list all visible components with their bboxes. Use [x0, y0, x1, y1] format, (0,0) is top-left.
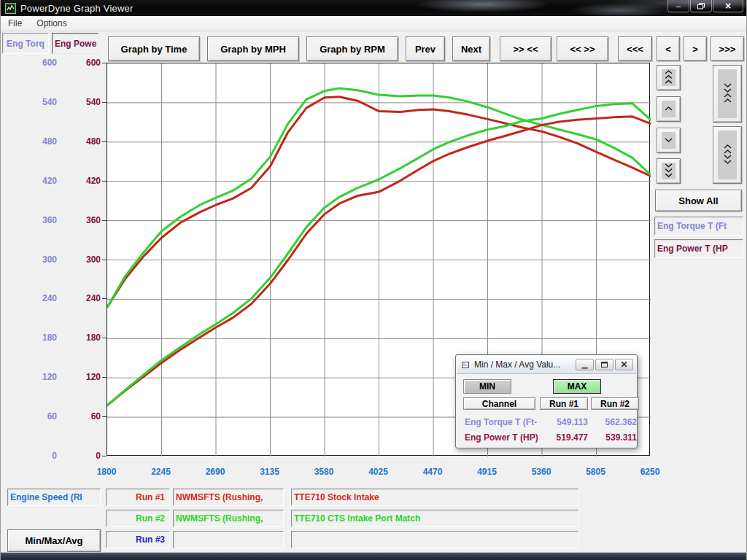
- run-label-3[interactable]: Run #3: [106, 531, 170, 548]
- menu-bar: File Options: [1, 16, 747, 31]
- y-tick-power: 180: [71, 332, 101, 343]
- restore-icon: [601, 362, 608, 368]
- run-desc-1[interactable]: TTE710 Stock Intake: [291, 489, 578, 506]
- y-tick-torque: 180: [28, 332, 57, 343]
- chevron-up-icon: [718, 131, 737, 179]
- y-tick-power: 540: [71, 97, 101, 107]
- minimize-icon: –: [676, 2, 681, 10]
- y-tick-power: 120: [71, 372, 101, 382]
- zoom-y-out-button[interactable]: [713, 126, 742, 184]
- close-icon: ✕: [620, 360, 627, 369]
- menu-options[interactable]: Options: [29, 16, 74, 31]
- toolbar-button-graph-by-time[interactable]: Graph by Time: [108, 36, 200, 61]
- window-frame-bottom: [1, 552, 747, 560]
- x-channel-box[interactable]: Engine Speed (RI: [7, 489, 101, 506]
- run-file-3[interactable]: [173, 531, 284, 548]
- max-toggle-label: MAX: [568, 381, 587, 392]
- minmax-row-run2-value: 562.362: [586, 417, 637, 427]
- x-tick-label: 5805: [578, 467, 614, 477]
- toolbar-button-label: Next: [461, 44, 481, 55]
- x-tick-label: 5360: [523, 467, 560, 477]
- run-label-2[interactable]: Run #2: [106, 510, 170, 527]
- minmax-dialog-title: Min / Max / Avg Valu...: [474, 359, 560, 370]
- chevron-up-icon: [662, 69, 676, 86]
- minmax-dialog[interactable]: Min / Max / Avg Valu... ▁ ✕ MIN MAX Chan…: [455, 354, 638, 448]
- close-button[interactable]: ×: [713, 0, 743, 12]
- toolbar-button-graph-by-mph[interactable]: Graph by MPH: [207, 36, 299, 61]
- app-icon: [5, 3, 16, 14]
- show-all-button[interactable]: Show All: [655, 190, 742, 211]
- y-tick-power: 300: [71, 254, 101, 265]
- channel-button-torque[interactable]: Eng Torq: [2, 33, 49, 54]
- y-tick-power: 600: [71, 58, 101, 68]
- run-file-1[interactable]: NWMSFTS (Rushing,: [173, 489, 284, 506]
- minmax-column-run2: Run #2: [591, 397, 639, 410]
- title-bar[interactable]: PowerDyne Graph Viewer – ×: [1, 0, 747, 16]
- minimize-icon: ▁: [582, 361, 588, 368]
- max-toggle-button[interactable]: MAX: [553, 379, 601, 394]
- toolbar-button--[interactable]: >>>: [711, 36, 744, 61]
- right-channel-label-torque[interactable]: Eng Torque T (Ft: [654, 217, 743, 236]
- minmax-body: MIN MAX Channel Run #1 Run #2 Eng Torque…: [460, 377, 633, 444]
- minimize-button[interactable]: –: [667, 0, 689, 12]
- minmax-dialog-icon: [461, 360, 471, 370]
- minmax-row-channel: Eng Power T (HP): [465, 432, 538, 443]
- toolbar-button-label: Graph by MPH: [220, 44, 286, 55]
- x-tick-label: 1800: [88, 467, 125, 477]
- toolbar-button--[interactable]: << >>: [557, 36, 608, 61]
- window-title: PowerDyne Graph Viewer: [20, 3, 133, 14]
- x-channel-label: Engine Speed (RI: [10, 492, 82, 502]
- x-tick-label: 2690: [197, 467, 233, 477]
- x-tick-label: 4025: [360, 467, 397, 477]
- zoom-y-in-button[interactable]: [713, 65, 742, 122]
- minmax-restore-button[interactable]: [595, 359, 614, 370]
- run-file-2[interactable]: NWMSFTS (Rushing,: [173, 510, 284, 527]
- chevron-up-icon: [662, 101, 676, 117]
- toolbar-button--[interactable]: >: [684, 36, 707, 61]
- menu-file[interactable]: File: [1, 16, 29, 31]
- channel-button-power[interactable]: Eng Powe: [52, 33, 98, 54]
- chevron-down-icon: [718, 69, 737, 118]
- toolbar-button-label: >> <<: [514, 44, 538, 55]
- restore-button[interactable]: [690, 0, 712, 12]
- y-tick-power: 420: [71, 176, 101, 186]
- restore-icon: [697, 3, 705, 9]
- x-tick-label: 3580: [306, 467, 342, 477]
- close-icon: ×: [725, 1, 731, 11]
- minmax-avg-button[interactable]: Min/Max/Avg: [7, 529, 101, 552]
- minmax-column-run1: Run #1: [540, 397, 588, 410]
- toolbar-button--[interactable]: >> <<: [500, 36, 551, 61]
- y-tick-power: 240: [71, 293, 101, 303]
- column-channel-label: Channel: [482, 399, 516, 409]
- app-window: PowerDyne Graph Viewer – × File Options …: [0, 0, 747, 560]
- toolbar-button-prev[interactable]: Prev: [406, 36, 445, 61]
- toolbar-button-graph-by-rpm[interactable]: Graph by RPM: [306, 36, 398, 61]
- x-tick-label: 4470: [414, 467, 451, 477]
- y-tick-torque: 360: [28, 215, 57, 225]
- shift-y-down-button[interactable]: [657, 128, 681, 153]
- minmax-title-bar[interactable]: Min / Max / Avg Valu... ▁ ✕: [457, 356, 636, 374]
- y-tick-torque: 540: [28, 97, 57, 107]
- toolbar-button-label: <<<: [627, 44, 643, 55]
- zoom-y-expand-top-button[interactable]: [657, 65, 681, 90]
- toolbar-button-label: Graph by Time: [121, 44, 187, 55]
- min-toggle-button[interactable]: MIN: [463, 379, 511, 394]
- minmax-close-button[interactable]: ✕: [615, 359, 633, 370]
- y-tick-torque: 240: [28, 293, 57, 303]
- run-label-1[interactable]: Run #1: [106, 489, 170, 506]
- toolbar-button--[interactable]: <: [657, 36, 680, 61]
- zoom-y-expand-bottom-button[interactable]: [657, 158, 681, 184]
- right-channel-torque-text: Eng Torque T (Ft: [657, 221, 727, 231]
- run-desc-3[interactable]: [291, 531, 578, 548]
- toolbar-button-next[interactable]: Next: [452, 36, 490, 61]
- y-tick-power: 0: [71, 451, 101, 461]
- x-tick-label: 2245: [143, 467, 179, 477]
- run-desc-2[interactable]: TTE710 CTS Intake Port Match: [291, 510, 578, 527]
- shift-y-up-button[interactable]: [657, 96, 681, 122]
- x-tick-label: 6250: [632, 467, 668, 477]
- min-toggle-label: MIN: [479, 381, 495, 392]
- minmax-minimize-button[interactable]: ▁: [576, 359, 594, 370]
- channel-button-power-label: Eng Powe: [55, 39, 96, 49]
- right-channel-label-power[interactable]: Eng Power T (HP: [654, 239, 743, 258]
- toolbar-button--[interactable]: <<<: [618, 36, 652, 61]
